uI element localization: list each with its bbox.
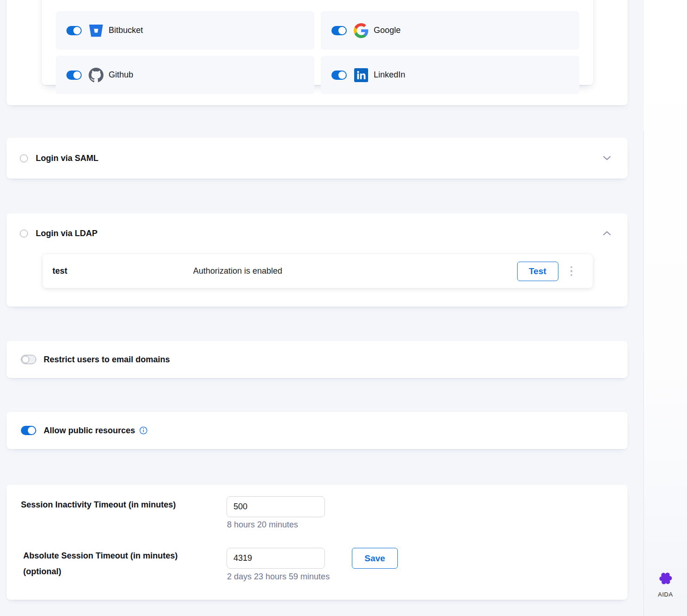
bitbucket-icon bbox=[89, 23, 104, 38]
saml-radio[interactable] bbox=[20, 154, 28, 162]
google-toggle[interactable] bbox=[331, 26, 347, 35]
brand-flower-icon bbox=[657, 570, 674, 589]
right-panel: AIDA bbox=[644, 0, 687, 616]
provider-grid: Bitbucket Google bbox=[56, 11, 579, 94]
brand-name: AIDA bbox=[658, 591, 673, 598]
public-resources-label: Allow public resources bbox=[44, 426, 135, 436]
public-resources-section: Allow public resources bbox=[6, 412, 628, 449]
info-icon[interactable] bbox=[139, 426, 148, 435]
ldap-header[interactable]: Login via LDAP bbox=[6, 213, 628, 253]
inactivity-timeout-hint: 8 hours 20 minutes bbox=[227, 520, 298, 530]
save-button[interactable]: Save bbox=[352, 548, 398, 569]
absolute-timeout-hint: 2 days 23 hours 59 minutes bbox=[227, 572, 330, 582]
brand-block: AIDA bbox=[644, 570, 687, 598]
google-icon bbox=[354, 23, 369, 38]
email-domains-label: Restrict users to email domains bbox=[44, 355, 170, 365]
session-timeout-section: Session Inactivity Timeout (in minutes) … bbox=[6, 485, 628, 600]
linkedin-toggle[interactable] bbox=[331, 71, 347, 80]
provider-tile-linkedin: LinkedIn bbox=[321, 56, 579, 94]
provider-tile-github: Github bbox=[56, 56, 314, 94]
ldap-config-name: test bbox=[52, 266, 193, 276]
ldap-config-row: test Authorization is enabled Test bbox=[43, 254, 593, 288]
absolute-timeout-label: Absolute Session Timeout (in minutes) (o… bbox=[23, 548, 178, 579]
provider-label: Google bbox=[374, 26, 401, 35]
sso-providers-card: Bitbucket Google bbox=[6, 0, 628, 105]
saml-section[interactable]: Login via SAML bbox=[6, 138, 628, 179]
absolute-timeout-input[interactable] bbox=[227, 548, 325, 569]
email-domains-section: Restrict users to email domains bbox=[6, 341, 628, 378]
sso-settings-page: Bitbucket Google bbox=[0, 0, 687, 616]
absolute-timeout-label-line2: (optional) bbox=[23, 564, 178, 579]
github-icon bbox=[89, 68, 104, 83]
ldap-title: Login via LDAP bbox=[36, 229, 97, 238]
vertical-divider bbox=[643, 131, 644, 616]
saml-title: Login via SAML bbox=[36, 154, 98, 163]
provider-tile-google: Google bbox=[321, 11, 579, 50]
ldap-radio[interactable] bbox=[20, 230, 28, 237]
inactivity-timeout-label: Session Inactivity Timeout (in minutes) bbox=[21, 497, 176, 513]
kebab-menu-icon[interactable] bbox=[569, 264, 575, 278]
provider-label: Bitbucket bbox=[109, 26, 143, 35]
provider-tile-bitbucket: Bitbucket bbox=[56, 11, 314, 50]
email-domains-toggle[interactable] bbox=[21, 355, 36, 364]
chevron-up-icon[interactable] bbox=[603, 231, 611, 236]
test-button[interactable]: Test bbox=[517, 262, 558, 281]
ldap-section: Login via LDAP test Authorization is ena… bbox=[6, 213, 628, 307]
ldap-config-status: Authorization is enabled bbox=[193, 266, 517, 276]
provider-label: Github bbox=[109, 70, 133, 80]
sso-providers-inner-card: Bitbucket Google bbox=[42, 0, 593, 85]
bitbucket-toggle[interactable] bbox=[66, 26, 82, 35]
github-toggle[interactable] bbox=[66, 71, 82, 80]
inactivity-timeout-input[interactable] bbox=[227, 496, 325, 517]
public-resources-toggle[interactable] bbox=[21, 426, 36, 435]
absolute-timeout-label-line1: Absolute Session Timeout (in minutes) bbox=[23, 548, 178, 564]
linkedin-icon bbox=[354, 68, 369, 83]
chevron-down-icon[interactable] bbox=[603, 156, 611, 160]
provider-label: LinkedIn bbox=[374, 70, 405, 80]
